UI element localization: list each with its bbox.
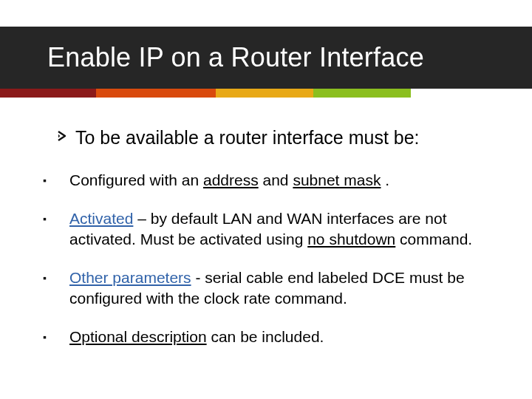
accent-color-bar bbox=[0, 89, 532, 98]
text-run: Configured with an bbox=[69, 171, 203, 188]
slide: Enable IP on a Router Interface To be av… bbox=[0, 0, 532, 399]
sub-bullet: ▪ Configured with an address and subnet … bbox=[43, 170, 495, 191]
accent-segment bbox=[216, 89, 313, 98]
main-bullet: To be available a router interface must … bbox=[56, 126, 495, 149]
sub-bullet-text: Activated – by default LAN and WAN inter… bbox=[69, 208, 495, 250]
accent-segment bbox=[96, 89, 216, 98]
sub-bullet: ▪ Other parameters - serial cable end la… bbox=[43, 267, 495, 309]
sub-bullet: ▪ Optional description can be included. bbox=[43, 327, 495, 347]
square-bullet-icon: ▪ bbox=[43, 170, 69, 191]
sub-bullet: ▪ Activated – by default LAN and WAN int… bbox=[43, 208, 495, 250]
text-run: command. bbox=[395, 231, 472, 248]
underline-run: Optional description bbox=[69, 328, 207, 345]
accent-segment bbox=[313, 89, 411, 98]
accent-segment bbox=[411, 89, 532, 98]
main-bullet-text: To be available a router interface must … bbox=[75, 126, 420, 149]
slide-title: Enable IP on a Router Interface bbox=[0, 42, 424, 73]
text-run: - bbox=[191, 269, 205, 286]
text-run: . bbox=[381, 171, 389, 188]
content-area: To be available a router interface must … bbox=[43, 126, 495, 365]
underline-run: subnet mask bbox=[293, 171, 381, 188]
square-bullet-icon: ▪ bbox=[43, 267, 69, 288]
sub-bullet-text: Configured with an address and subnet ma… bbox=[69, 170, 389, 191]
sub-bullet-text: Other parameters - serial cable end labe… bbox=[69, 267, 495, 309]
underline-link-run: Other parameters bbox=[69, 269, 191, 286]
text-run: – bbox=[133, 210, 150, 227]
square-bullet-icon: ▪ bbox=[43, 327, 69, 347]
sub-bullet-text: Optional description can be included. bbox=[69, 327, 324, 347]
underline-run: no shutdown bbox=[307, 231, 395, 248]
arrow-icon bbox=[56, 126, 75, 149]
square-bullet-icon: ▪ bbox=[43, 208, 69, 229]
title-band: Enable IP on a Router Interface bbox=[0, 27, 532, 89]
underline-link-run: Activated bbox=[69, 210, 133, 227]
accent-segment bbox=[0, 89, 96, 98]
underline-run: address bbox=[203, 171, 259, 188]
text-run: can be included. bbox=[207, 328, 324, 345]
text-run: and bbox=[259, 171, 293, 188]
